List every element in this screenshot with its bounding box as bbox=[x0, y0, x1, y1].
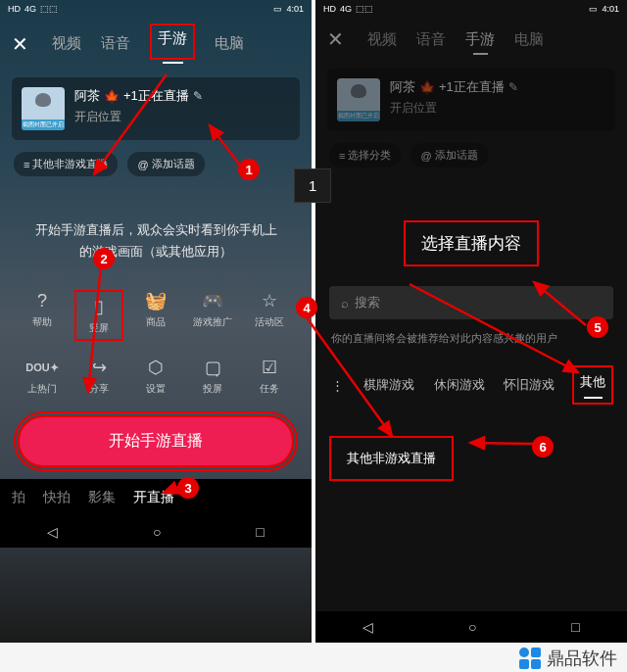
task-icon: ☑ bbox=[259, 357, 280, 378]
portrait-icon: ▯ bbox=[88, 296, 110, 317]
badge-2: 2 bbox=[93, 248, 115, 269]
tab-mobile-game[interactable]: 手游 bbox=[150, 24, 195, 60]
close-icon[interactable]: ✕ bbox=[327, 27, 344, 51]
help-button[interactable]: ?帮助 bbox=[18, 290, 67, 341]
icon-row-1: ?帮助 ▯竖屏 🧺商品 🎮游戏推广 ☆活动区 bbox=[0, 282, 312, 349]
badge-1: 1 bbox=[238, 159, 260, 180]
stream-card[interactable]: 截图封面已开启 阿茶🍁+1正在直播 ✎ 开启位置 bbox=[12, 77, 300, 140]
cast-icon: ▢̣ bbox=[202, 357, 223, 378]
portrait-button[interactable]: ▯竖屏 bbox=[74, 290, 123, 341]
task-button[interactable]: ☑任务 bbox=[245, 357, 294, 396]
settings-button[interactable]: ⬡设置 bbox=[131, 357, 180, 396]
result-other-nongame[interactable]: 其他非游戏直播 bbox=[329, 436, 454, 481]
category-chip-r[interactable]: ≡ 选择分类 bbox=[329, 143, 401, 168]
search-icon: ⌕ bbox=[341, 296, 349, 311]
share-icon: ↪ bbox=[88, 357, 110, 378]
watermark: 鼎品软件 bbox=[519, 647, 617, 670]
cast-button[interactable]: ▢̣投屏 bbox=[188, 357, 237, 396]
dou-icon: DOU✦ bbox=[31, 357, 53, 378]
badge-5: 5 bbox=[587, 316, 608, 338]
nav-bar: ◁ ○ □ bbox=[0, 516, 312, 548]
category-chip[interactable]: ≡ 其他非游戏直播 bbox=[14, 152, 118, 176]
start-stream-button[interactable]: 开始手游直播 bbox=[18, 415, 294, 467]
phone-right: HD4G⬚⬚ ▭4:01 ✕ 视频 语音 手游 电脑 截图封面已开启 阿茶🍁+1… bbox=[315, 0, 627, 643]
cat-casual[interactable]: 休闲游戏 bbox=[432, 372, 487, 398]
btab-album[interactable]: 影集 bbox=[88, 489, 116, 506]
step-box-1: 1 bbox=[294, 168, 331, 203]
activity-button[interactable]: ☆活动区 bbox=[245, 290, 294, 341]
watermark-logo-icon bbox=[519, 648, 541, 669]
bottom-tabs: 拍 快拍 影集 开直播 bbox=[0, 479, 312, 516]
category-tabs: ⋮ 棋牌游戏 休闲游戏 怀旧游戏 其他 bbox=[315, 358, 627, 412]
edit-icon[interactable]: ✎ bbox=[193, 89, 203, 103]
tab-video[interactable]: 视频 bbox=[52, 34, 81, 53]
cat-more[interactable]: ⋮ bbox=[329, 374, 346, 397]
nav-recent-icon[interactable]: □ bbox=[571, 619, 579, 635]
shop-icon: 🧺 bbox=[145, 290, 167, 312]
settings-icon: ⬡ bbox=[145, 357, 167, 378]
shop-button[interactable]: 🧺商品 bbox=[131, 290, 180, 341]
search-hint: 你的直播间将会被推荐给对此内容感兴趣的用户 bbox=[315, 327, 627, 358]
btab-live[interactable]: 开直播 bbox=[133, 489, 174, 506]
nav-back-icon[interactable]: ◁ bbox=[362, 619, 373, 635]
location-toggle[interactable]: 开启位置 bbox=[74, 109, 290, 125]
nav-home-icon[interactable]: ○ bbox=[468, 619, 476, 635]
panel-title: 选择直播内容 bbox=[404, 220, 539, 266]
cat-retro[interactable]: 怀旧游戏 bbox=[502, 372, 556, 398]
tab-pc[interactable]: 电脑 bbox=[215, 34, 244, 53]
badge-3: 3 bbox=[177, 477, 199, 499]
nav-recent-icon[interactable]: □ bbox=[256, 524, 264, 540]
status-bar: HD4G⬚⬚ ▭4:01 bbox=[0, 0, 312, 18]
btab-shoot[interactable]: 拍 bbox=[12, 489, 25, 506]
dou-button[interactable]: DOU✦上热门 bbox=[18, 357, 67, 396]
phone-left: HD4G⬚⬚ ▭4:01 ✕ 视频 语音 手游 电脑 截图封面已开启 阿茶🍁+1… bbox=[0, 0, 312, 643]
promo-button[interactable]: 🎮游戏推广 bbox=[188, 290, 237, 341]
topic-chip-r[interactable]: @ 添加话题 bbox=[410, 143, 487, 168]
topic-chip[interactable]: @ 添加话题 bbox=[127, 152, 204, 176]
badge-6: 6 bbox=[532, 436, 554, 457]
icon-row-2: DOU✦上热门 ↪分享 ⬡设置 ▢̣投屏 ☑任务 bbox=[0, 349, 312, 404]
status-bar-r: HD4G⬚⬚ ▭4:01 bbox=[315, 0, 627, 18]
help-text: 开始手游直播后，观众会实时看到你手机上的游戏画面（或其他应用） bbox=[0, 180, 312, 282]
tab-audio[interactable]: 语音 bbox=[101, 34, 130, 53]
help-icon: ? bbox=[31, 290, 53, 312]
star-icon: ☆ bbox=[259, 290, 280, 312]
nav-bar-r: ◁ ○ □ bbox=[315, 611, 627, 643]
btab-quick[interactable]: 快拍 bbox=[43, 489, 71, 506]
stream-title[interactable]: 阿茶🍁+1正在直播 ✎ bbox=[74, 87, 290, 105]
nav-back-icon[interactable]: ◁ bbox=[47, 524, 58, 540]
stream-card-r: 截图封面已开启 阿茶🍁+1正在直播✎ 开启位置 bbox=[327, 69, 615, 131]
promo-icon: 🎮 bbox=[202, 290, 223, 312]
top-tabs-r: ✕ 视频 语音 手游 电脑 bbox=[315, 18, 627, 61]
badge-4: 4 bbox=[296, 297, 317, 318]
close-icon[interactable]: ✕ bbox=[12, 32, 28, 56]
avatar[interactable]: 截图封面已开启 bbox=[22, 87, 65, 130]
cat-other[interactable]: 其他 bbox=[572, 365, 613, 405]
search-input[interactable]: ⌕ 搜索 bbox=[329, 286, 613, 319]
share-button[interactable]: ↪分享 bbox=[74, 357, 123, 396]
top-tabs: ✕ 视频 语音 手游 电脑 bbox=[0, 18, 312, 70]
nav-home-icon[interactable]: ○ bbox=[153, 524, 161, 540]
cat-board[interactable]: 棋牌游戏 bbox=[362, 372, 416, 398]
